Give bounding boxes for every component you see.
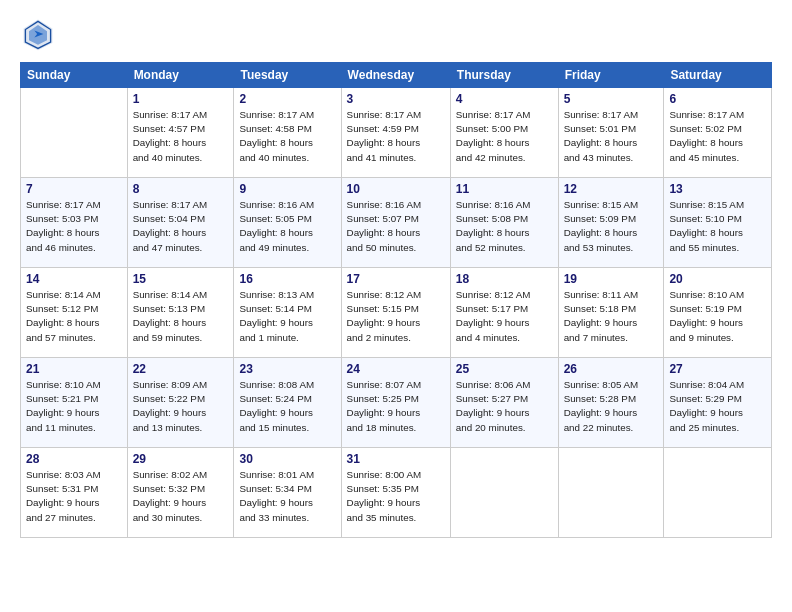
calendar-cell: 21Sunrise: 8:10 AM Sunset: 5:21 PM Dayli… bbox=[21, 358, 128, 448]
calendar-cell bbox=[664, 448, 772, 538]
calendar-cell: 29Sunrise: 8:02 AM Sunset: 5:32 PM Dayli… bbox=[127, 448, 234, 538]
calendar-cell: 19Sunrise: 8:11 AM Sunset: 5:18 PM Dayli… bbox=[558, 268, 664, 358]
header-day: Saturday bbox=[664, 63, 772, 88]
calendar-week-row: 1Sunrise: 8:17 AM Sunset: 4:57 PM Daylig… bbox=[21, 88, 772, 178]
calendar-body: 1Sunrise: 8:17 AM Sunset: 4:57 PM Daylig… bbox=[21, 88, 772, 538]
calendar-cell: 2Sunrise: 8:17 AM Sunset: 4:58 PM Daylig… bbox=[234, 88, 341, 178]
day-info: Sunrise: 8:16 AM Sunset: 5:05 PM Dayligh… bbox=[239, 198, 335, 255]
header-day: Thursday bbox=[450, 63, 558, 88]
calendar-cell: 8Sunrise: 8:17 AM Sunset: 5:04 PM Daylig… bbox=[127, 178, 234, 268]
day-number: 28 bbox=[26, 452, 122, 466]
day-number: 5 bbox=[564, 92, 659, 106]
calendar-cell: 27Sunrise: 8:04 AM Sunset: 5:29 PM Dayli… bbox=[664, 358, 772, 448]
day-number: 11 bbox=[456, 182, 553, 196]
day-number: 18 bbox=[456, 272, 553, 286]
day-info: Sunrise: 8:03 AM Sunset: 5:31 PM Dayligh… bbox=[26, 468, 122, 525]
calendar-cell: 6Sunrise: 8:17 AM Sunset: 5:02 PM Daylig… bbox=[664, 88, 772, 178]
day-number: 4 bbox=[456, 92, 553, 106]
calendar-week-row: 28Sunrise: 8:03 AM Sunset: 5:31 PM Dayli… bbox=[21, 448, 772, 538]
header-row: SundayMondayTuesdayWednesdayThursdayFrid… bbox=[21, 63, 772, 88]
calendar-cell: 9Sunrise: 8:16 AM Sunset: 5:05 PM Daylig… bbox=[234, 178, 341, 268]
day-info: Sunrise: 8:06 AM Sunset: 5:27 PM Dayligh… bbox=[456, 378, 553, 435]
day-info: Sunrise: 8:17 AM Sunset: 5:00 PM Dayligh… bbox=[456, 108, 553, 165]
day-number: 7 bbox=[26, 182, 122, 196]
day-number: 25 bbox=[456, 362, 553, 376]
calendar-week-row: 21Sunrise: 8:10 AM Sunset: 5:21 PM Dayli… bbox=[21, 358, 772, 448]
day-info: Sunrise: 8:17 AM Sunset: 4:59 PM Dayligh… bbox=[347, 108, 445, 165]
day-number: 3 bbox=[347, 92, 445, 106]
day-number: 20 bbox=[669, 272, 766, 286]
calendar-cell: 12Sunrise: 8:15 AM Sunset: 5:09 PM Dayli… bbox=[558, 178, 664, 268]
day-info: Sunrise: 8:10 AM Sunset: 5:21 PM Dayligh… bbox=[26, 378, 122, 435]
day-number: 22 bbox=[133, 362, 229, 376]
day-number: 26 bbox=[564, 362, 659, 376]
day-number: 1 bbox=[133, 92, 229, 106]
day-info: Sunrise: 8:16 AM Sunset: 5:08 PM Dayligh… bbox=[456, 198, 553, 255]
day-info: Sunrise: 8:17 AM Sunset: 4:57 PM Dayligh… bbox=[133, 108, 229, 165]
day-info: Sunrise: 8:02 AM Sunset: 5:32 PM Dayligh… bbox=[133, 468, 229, 525]
calendar-cell bbox=[450, 448, 558, 538]
calendar-cell: 16Sunrise: 8:13 AM Sunset: 5:14 PM Dayli… bbox=[234, 268, 341, 358]
calendar-cell: 18Sunrise: 8:12 AM Sunset: 5:17 PM Dayli… bbox=[450, 268, 558, 358]
calendar-header: SundayMondayTuesdayWednesdayThursdayFrid… bbox=[21, 63, 772, 88]
day-number: 30 bbox=[239, 452, 335, 466]
calendar-cell: 15Sunrise: 8:14 AM Sunset: 5:13 PM Dayli… bbox=[127, 268, 234, 358]
calendar-cell: 3Sunrise: 8:17 AM Sunset: 4:59 PM Daylig… bbox=[341, 88, 450, 178]
day-info: Sunrise: 8:17 AM Sunset: 5:04 PM Dayligh… bbox=[133, 198, 229, 255]
day-number: 2 bbox=[239, 92, 335, 106]
calendar-cell: 30Sunrise: 8:01 AM Sunset: 5:34 PM Dayli… bbox=[234, 448, 341, 538]
header-day: Tuesday bbox=[234, 63, 341, 88]
day-info: Sunrise: 8:12 AM Sunset: 5:17 PM Dayligh… bbox=[456, 288, 553, 345]
day-info: Sunrise: 8:07 AM Sunset: 5:25 PM Dayligh… bbox=[347, 378, 445, 435]
calendar-table: SundayMondayTuesdayWednesdayThursdayFrid… bbox=[20, 62, 772, 538]
day-number: 27 bbox=[669, 362, 766, 376]
calendar-cell: 13Sunrise: 8:15 AM Sunset: 5:10 PM Dayli… bbox=[664, 178, 772, 268]
calendar-cell: 23Sunrise: 8:08 AM Sunset: 5:24 PM Dayli… bbox=[234, 358, 341, 448]
calendar-week-row: 7Sunrise: 8:17 AM Sunset: 5:03 PM Daylig… bbox=[21, 178, 772, 268]
day-number: 23 bbox=[239, 362, 335, 376]
day-number: 12 bbox=[564, 182, 659, 196]
logo bbox=[20, 16, 60, 52]
day-info: Sunrise: 8:11 AM Sunset: 5:18 PM Dayligh… bbox=[564, 288, 659, 345]
calendar-cell: 14Sunrise: 8:14 AM Sunset: 5:12 PM Dayli… bbox=[21, 268, 128, 358]
day-info: Sunrise: 8:16 AM Sunset: 5:07 PM Dayligh… bbox=[347, 198, 445, 255]
header-day: Monday bbox=[127, 63, 234, 88]
day-info: Sunrise: 8:08 AM Sunset: 5:24 PM Dayligh… bbox=[239, 378, 335, 435]
day-number: 6 bbox=[669, 92, 766, 106]
day-info: Sunrise: 8:17 AM Sunset: 5:01 PM Dayligh… bbox=[564, 108, 659, 165]
calendar-cell: 31Sunrise: 8:00 AM Sunset: 5:35 PM Dayli… bbox=[341, 448, 450, 538]
day-number: 21 bbox=[26, 362, 122, 376]
day-info: Sunrise: 8:17 AM Sunset: 4:58 PM Dayligh… bbox=[239, 108, 335, 165]
day-number: 24 bbox=[347, 362, 445, 376]
calendar-cell: 24Sunrise: 8:07 AM Sunset: 5:25 PM Dayli… bbox=[341, 358, 450, 448]
calendar-cell: 20Sunrise: 8:10 AM Sunset: 5:19 PM Dayli… bbox=[664, 268, 772, 358]
header-day: Wednesday bbox=[341, 63, 450, 88]
calendar-cell: 17Sunrise: 8:12 AM Sunset: 5:15 PM Dayli… bbox=[341, 268, 450, 358]
day-number: 16 bbox=[239, 272, 335, 286]
day-number: 8 bbox=[133, 182, 229, 196]
day-number: 15 bbox=[133, 272, 229, 286]
logo-icon bbox=[20, 16, 56, 52]
day-info: Sunrise: 8:17 AM Sunset: 5:02 PM Dayligh… bbox=[669, 108, 766, 165]
calendar-cell: 28Sunrise: 8:03 AM Sunset: 5:31 PM Dayli… bbox=[21, 448, 128, 538]
calendar-cell: 4Sunrise: 8:17 AM Sunset: 5:00 PM Daylig… bbox=[450, 88, 558, 178]
header-day: Sunday bbox=[21, 63, 128, 88]
day-info: Sunrise: 8:14 AM Sunset: 5:13 PM Dayligh… bbox=[133, 288, 229, 345]
day-info: Sunrise: 8:15 AM Sunset: 5:09 PM Dayligh… bbox=[564, 198, 659, 255]
day-info: Sunrise: 8:13 AM Sunset: 5:14 PM Dayligh… bbox=[239, 288, 335, 345]
header-day: Friday bbox=[558, 63, 664, 88]
day-number: 17 bbox=[347, 272, 445, 286]
day-number: 29 bbox=[133, 452, 229, 466]
day-info: Sunrise: 8:05 AM Sunset: 5:28 PM Dayligh… bbox=[564, 378, 659, 435]
calendar-cell: 11Sunrise: 8:16 AM Sunset: 5:08 PM Dayli… bbox=[450, 178, 558, 268]
calendar-cell: 22Sunrise: 8:09 AM Sunset: 5:22 PM Dayli… bbox=[127, 358, 234, 448]
day-number: 19 bbox=[564, 272, 659, 286]
day-info: Sunrise: 8:14 AM Sunset: 5:12 PM Dayligh… bbox=[26, 288, 122, 345]
calendar-week-row: 14Sunrise: 8:14 AM Sunset: 5:12 PM Dayli… bbox=[21, 268, 772, 358]
day-info: Sunrise: 8:10 AM Sunset: 5:19 PM Dayligh… bbox=[669, 288, 766, 345]
calendar-cell: 5Sunrise: 8:17 AM Sunset: 5:01 PM Daylig… bbox=[558, 88, 664, 178]
day-info: Sunrise: 8:01 AM Sunset: 5:34 PM Dayligh… bbox=[239, 468, 335, 525]
day-number: 13 bbox=[669, 182, 766, 196]
header bbox=[20, 16, 772, 52]
day-number: 10 bbox=[347, 182, 445, 196]
